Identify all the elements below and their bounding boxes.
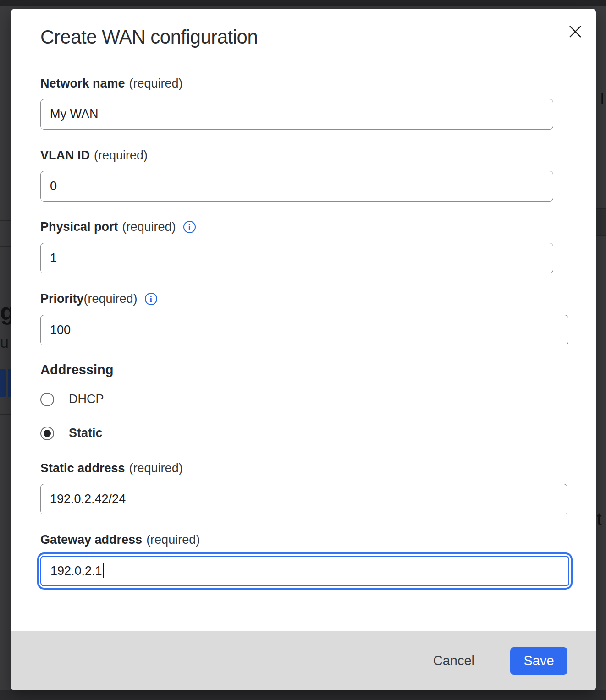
create-wan-configuration-dialog: Create WAN configuration Network name (r… [11, 9, 596, 690]
text-cursor [103, 563, 104, 578]
vlan-id-input[interactable] [40, 171, 553, 202]
required-hint: (required) [129, 461, 183, 476]
background-text-fragment: l [600, 90, 604, 108]
info-icon[interactable]: i [183, 221, 196, 233]
network-name-label: Network name (required) [40, 77, 183, 91]
field-label-text: Static address [40, 461, 125, 476]
network-name-input[interactable] [40, 99, 553, 130]
physical-port-label: Physical port (required) i [40, 220, 196, 234]
gateway-address-input[interactable] [40, 556, 569, 586]
background-text-fragment: u [0, 334, 9, 351]
addressing-option-dhcp[interactable]: DHCP [40, 392, 104, 406]
addressing-option-static[interactable]: Static [40, 426, 103, 440]
addressing-heading: Addressing [40, 362, 114, 377]
background-text-fragment: t [597, 509, 602, 529]
priority-input[interactable] [40, 315, 568, 345]
close-button[interactable] [562, 19, 588, 44]
required-hint: (required) [129, 77, 183, 91]
background-right-strip: l t [596, 0, 606, 700]
required-hint: (required) [84, 292, 138, 306]
static-address-label: Static address (required) [40, 461, 183, 476]
radio-option-label: Static [69, 426, 103, 440]
background-row-fragment [596, 209, 606, 235]
dialog-title: Create WAN configuration [40, 26, 258, 48]
physical-port-input[interactable] [40, 243, 553, 273]
background-divider [0, 246, 11, 247]
priority-label: Priority (required) i [40, 292, 157, 306]
static-address-input[interactable] [40, 484, 567, 514]
close-icon [567, 24, 583, 39]
required-hint: (required) [94, 148, 148, 163]
save-button[interactable]: Save [510, 647, 567, 675]
radio-unselected-icon[interactable] [40, 393, 54, 406]
cancel-button[interactable]: Cancel [426, 649, 482, 673]
field-label-text: Network name [40, 77, 125, 91]
background-bottom-band [0, 690, 606, 700]
required-hint: (required) [122, 220, 176, 234]
background-divider [596, 235, 606, 236]
background-blue-button-fragment [0, 369, 6, 397]
vlan-id-label: VLAN ID (required) [40, 148, 148, 163]
background-text-fragment: g [0, 298, 11, 325]
field-label-text: Physical port [40, 220, 118, 234]
field-label-text: Gateway address [40, 533, 142, 547]
dialog-footer: Cancel Save [11, 631, 596, 690]
radio-option-label: DHCP [69, 392, 104, 406]
background-divider [0, 220, 11, 221]
info-icon[interactable]: i [145, 293, 157, 305]
required-hint: (required) [146, 533, 200, 547]
background-header-band [0, 0, 606, 6]
background-blue-button-fragment [8, 369, 11, 397]
background-divider [0, 414, 11, 415]
gateway-address-label: Gateway address (required) [40, 533, 200, 547]
radio-selected-icon[interactable] [40, 427, 54, 440]
field-label-text: Priority [40, 292, 84, 306]
field-label-text: VLAN ID [40, 148, 90, 163]
background-left-strip: g u [0, 0, 11, 700]
